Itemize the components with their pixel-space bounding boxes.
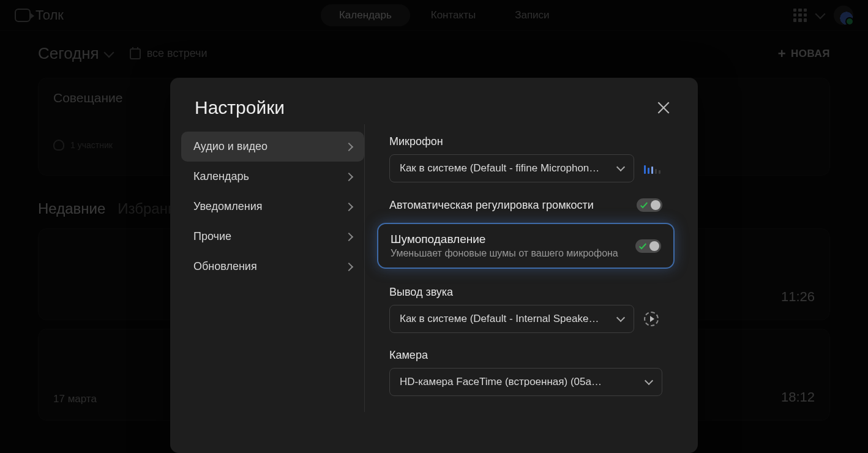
toggle-knob [649,241,659,251]
noise-text: Шумоподавление Уменьшает фоновые шумы от… [391,233,618,259]
sidebar-item-updates[interactable]: Обновления [181,252,364,282]
microphone-label: Микрофон [389,135,675,148]
sidebar-item-label: Уведомления [193,200,263,213]
sidebar-item-label: Обновления [193,260,257,273]
microphone-level-indicator [644,163,660,174]
agc-toggle[interactable] [637,198,662,212]
modal-header: Настройки [170,78,698,124]
settings-sidebar: Аудио и видео Календарь Уведомления Проч… [181,124,365,412]
sidebar-item-label: Аудио и видео [193,140,268,153]
output-value: Как в системе (Default - Internal Speake… [400,313,602,325]
chevron-down-icon [645,376,653,385]
sidebar-item-label: Календарь [193,170,249,183]
agc-label: Автоматическая регулировка громкости [389,199,594,212]
chevron-right-icon [345,232,353,241]
camera-value: HD-камера FaceTime (встроенная) (05ac:85… [400,376,602,388]
chevron-right-icon [345,172,353,181]
sidebar-item-notifications[interactable]: Уведомления [181,192,364,222]
sidebar-item-calendar[interactable]: Календарь [181,162,364,192]
noise-suppression-toggle[interactable] [635,239,661,253]
noise-title: Шумоподавление [391,233,618,246]
modal-body: Аудио и видео Календарь Уведомления Проч… [170,124,698,427]
sidebar-item-audio-video[interactable]: Аудио и видео [181,132,364,162]
close-button[interactable] [654,98,673,118]
sidebar-item-label: Прочие [193,230,231,243]
close-icon [656,100,672,116]
output-select[interactable]: Как в системе (Default - Internal Speake… [389,305,634,333]
output-label: Вывод звука [389,286,675,299]
chevron-down-icon [616,313,625,322]
toggle-knob [651,200,660,210]
chevron-right-icon [345,142,353,151]
check-icon [638,241,648,251]
camera-label: Камера [389,349,675,362]
camera-select[interactable]: HD-камера FaceTime (встроенная) (05ac:85… [389,368,662,396]
agc-row: Автоматическая регулировка громкости [389,198,662,212]
noise-desc: Уменьшает фоновые шумы от вашего микрофо… [391,248,618,259]
noise-suppression-block: Шумоподавление Уменьшает фоновые шумы от… [377,223,675,269]
chevron-right-icon [345,202,353,211]
sidebar-item-other[interactable]: Прочие [181,222,364,252]
settings-modal: Настройки Аудио и видео Календарь Уведом… [170,78,698,453]
microphone-select[interactable]: Как в системе (Default - fifine Micropho… [389,154,634,182]
check-icon [639,200,649,210]
chevron-right-icon [345,262,353,271]
test-sound-button[interactable] [644,312,659,326]
settings-panel: Микрофон Как в системе (Default - fifine… [365,124,687,412]
microphone-value: Как в системе (Default - fifine Micropho… [400,162,602,174]
modal-title: Настройки [195,97,285,118]
chevron-down-icon [616,163,625,171]
